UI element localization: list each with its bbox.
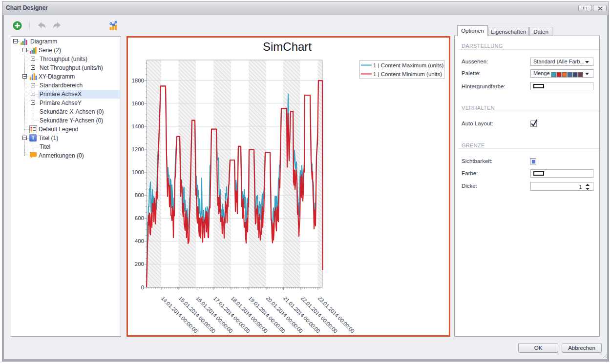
svg-text:1000: 1000 (131, 169, 144, 175)
svg-text:200: 200 (135, 261, 144, 267)
svg-text:1200: 1200 (131, 146, 144, 152)
svg-text:1800: 1800 (131, 78, 144, 83)
svg-text:1600: 1600 (131, 101, 144, 106)
svg-text:800: 800 (135, 192, 144, 198)
svg-text:1 | Content Minimum (units): 1 | Content Minimum (units) (373, 71, 442, 77)
svg-text:400: 400 (135, 238, 144, 244)
svg-text:1 | Content Maximum (units): 1 | Content Maximum (units) (373, 62, 443, 68)
svg-text:1400: 1400 (131, 123, 144, 129)
svg-text:600: 600 (135, 215, 144, 221)
svg-text:0: 0 (141, 284, 144, 290)
svg-text:SimChart: SimChart (263, 40, 312, 53)
